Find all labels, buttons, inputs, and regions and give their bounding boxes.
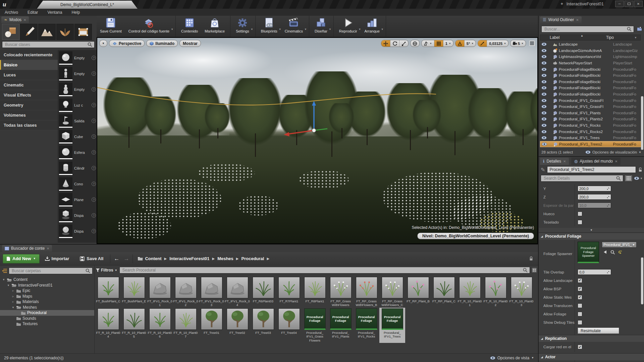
placeable-item-esfera[interactable]: Esfera? <box>58 144 97 160</box>
checkbox[interactable]: ✔ <box>578 295 582 300</box>
eye-icon[interactable] <box>541 55 547 58</box>
maximize-viewport-icon[interactable] <box>529 41 535 46</box>
close-button[interactable]: ✕ <box>634 1 643 7</box>
checkbox[interactable]: ✔ <box>578 345 582 349</box>
column-filter-icon[interactable]: ▼ <box>634 36 637 39</box>
breadcrumb-meshes[interactable]: Meshes <box>217 256 233 261</box>
world-local-toggle[interactable] <box>411 40 419 47</box>
paint-mode-icon[interactable] <box>20 24 38 40</box>
actor-name-field[interactable] <box>547 166 636 173</box>
minimize-button[interactable]: ─ <box>615 1 624 7</box>
placeable-item-empty[interactable]: Empty? <box>58 81 97 97</box>
help-icon[interactable]: ? <box>92 150 96 155</box>
tab-world-settings[interactable]: ◍ Ajustes del mundo✕ <box>571 158 621 165</box>
asset-ft-r-10-plant02[interactable]: FT_R_10_Plant02 <box>483 276 508 308</box>
asset-ft-r-10-plant06[interactable]: FT_R_10_Plant06 <box>147 308 173 343</box>
settings-button[interactable]: Settings <box>232 16 253 37</box>
asset-ft-r-10-plant05[interactable]: FT_R_10_Plant05 <box>121 308 147 343</box>
maximize-button[interactable] <box>625 1 633 7</box>
expander-icon[interactable]: ▾ <box>7 284 10 287</box>
details-expander[interactable]: ▼ <box>539 228 644 232</box>
asset-ft-r6plant03[interactable]: FT_R6Plant03 <box>250 276 276 308</box>
perspective-button[interactable]: Perspective <box>109 40 145 47</box>
expander-icon[interactable]: ▾ <box>2 278 5 281</box>
placeable-item-dispa[interactable]: Dispa? <box>58 207 97 223</box>
outliner-row[interactable]: ProceduralFoliageBlockiProceduralFo <box>540 66 643 72</box>
eye-icon[interactable] <box>541 86 547 89</box>
expander-icon[interactable]: ▹ <box>11 300 15 303</box>
cinematics-button[interactable]: Cinematics <box>281 16 306 37</box>
checkbox[interactable] <box>578 320 582 325</box>
outliner-row[interactable]: Procedural_IFV1_Rocks2ProceduralFo <box>540 128 643 135</box>
rotation-snap-toggle[interactable] <box>455 40 464 47</box>
tab-content-browser[interactable]: Buscador de conte✕ <box>2 245 52 252</box>
help-icon[interactable]: ? <box>92 119 96 123</box>
eye-icon[interactable] <box>541 124 547 127</box>
placeable-item-cono[interactable]: Cono? <box>58 176 97 192</box>
view-options-button[interactable]: Opciones de vista▼ <box>490 356 534 360</box>
outliner-row[interactable]: ProceduralFoliageBlockiProceduralFo <box>540 85 643 91</box>
placeable-item-luz-c[interactable]: Luz c? <box>58 97 97 113</box>
scale-tool[interactable] <box>399 40 408 47</box>
asset-ft-bushplant-e[interactable]: FT_BushPlant_E <box>121 276 147 308</box>
help-icon[interactable]: ? <box>92 197 96 202</box>
number-field[interactable]: 10,0 <box>578 202 611 208</box>
placeable-item-cilindr[interactable]: Cilindr? <box>58 160 97 176</box>
placeable-item-cube[interactable]: Cube? <box>58 129 97 144</box>
eye-icon[interactable] <box>541 105 547 108</box>
outliner-row[interactable]: LandscapeGizmoActiveALandscapeGiz <box>540 48 643 54</box>
outliner-row[interactable]: ProceduralFoliageBlockiProceduralFo <box>540 91 643 98</box>
asset-procedural-ifv1-grass-flowers[interactable]: Procedural Foliage SpawnerProcedural_ IF… <box>302 308 328 343</box>
show-button[interactable]: Mostrar <box>179 40 201 47</box>
blueprints-button[interactable]: Blueprints <box>258 16 281 37</box>
asset-ft-ifv1-rock-02[interactable]: FT_IFV1_Rock_02 <box>173 276 199 308</box>
folder-content[interactable]: ▾ Content <box>0 277 94 283</box>
help-icon[interactable]: ? <box>92 229 96 233</box>
tab-modes[interactable]: ❧ Modos✕ <box>1 16 29 23</box>
asset-ft-r-10-plant01[interactable]: FT_R_10_Plant01 <box>457 276 483 308</box>
asset-ft-r-10-plant04[interactable]: FT_R_10_Plant04 <box>95 308 121 343</box>
save-all-button[interactable]: Save All <box>74 256 109 261</box>
breadcrumb-interactiveforest01[interactable]: InteractiveForest01 <box>169 256 209 261</box>
use-selected-icon[interactable] <box>602 250 607 254</box>
checkbox[interactable] <box>578 312 582 316</box>
checkbox[interactable] <box>578 303 582 308</box>
tab-world-outliner[interactable]: ☰ World Outliner✕ <box>540 16 582 23</box>
forward-icon[interactable]: → <box>121 255 131 262</box>
section-header-replication[interactable]: ◢Replication <box>539 335 644 342</box>
asset-procedural-ifv1-trees[interactable]: Procedural Foliage SpawnerProcedural_ IF… <box>379 308 405 343</box>
eye-icon[interactable] <box>541 130 547 133</box>
asset-ft-ifv1-rock-03[interactable]: FT_IFV1_Rock_03 <box>199 276 224 308</box>
expander-icon[interactable]: ▹ <box>11 295 15 298</box>
outliner-row[interactable]: LightmassImportanceVolLightmassImp <box>540 54 643 60</box>
foliage-spawner-thumbnail[interactable]: Procedural Foliage Spawner <box>578 242 599 263</box>
folder-materials[interactable]: ▹ Materials <box>0 299 94 305</box>
menu-ventana[interactable]: Ventana <box>43 9 67 16</box>
class-category-cinematic[interactable]: Cinematic <box>0 80 58 90</box>
asset-search-input[interactable] <box>122 267 521 273</box>
help-icon[interactable]: ? <box>92 213 96 218</box>
add-new-button[interactable]: Add New▼ <box>3 254 40 263</box>
number-field[interactable]: 200,0 <box>578 194 611 200</box>
outliner-row-selected[interactable]: Procedural_IFV1_Trees2ProceduralFo <box>540 141 643 147</box>
outliner-view-options[interactable]: Opciones de visualización▼ <box>585 150 641 154</box>
class-category-luces[interactable]: Luces <box>0 70 58 80</box>
geometry-mode-icon[interactable] <box>74 24 92 40</box>
menu-archivo[interactable]: Archivo <box>0 9 23 16</box>
outliner-row[interactable]: ProceduralFoliageBlockiProceduralFo <box>540 72 643 79</box>
eye-icon[interactable] <box>542 142 547 146</box>
asset-ft-r8plant1[interactable]: FT_R8Plant1 <box>302 276 328 308</box>
property-matrix-icon[interactable] <box>625 175 633 182</box>
resimulate-button[interactable]: Resimulate <box>578 327 619 334</box>
camera-speed[interactable]: 5▼ <box>511 40 526 47</box>
breadcrumb-content[interactable]: Content <box>145 256 161 261</box>
reproducir-button[interactable]: Reproducir <box>336 16 361 37</box>
details-scrollbar[interactable] <box>641 257 643 304</box>
eye-icon[interactable] <box>541 61 547 65</box>
path-lock-icon[interactable] <box>529 256 533 261</box>
outliner-row[interactable]: Procedural_IFV1_RocksProceduralFo <box>540 122 643 129</box>
eye-icon[interactable] <box>541 49 547 52</box>
outliner-search[interactable] <box>541 26 634 33</box>
outliner-row[interactable]: Procedural_IFV1_GrassFlProceduralFo <box>540 104 643 110</box>
folder-meshes[interactable]: ▾ Meshes <box>0 305 94 310</box>
